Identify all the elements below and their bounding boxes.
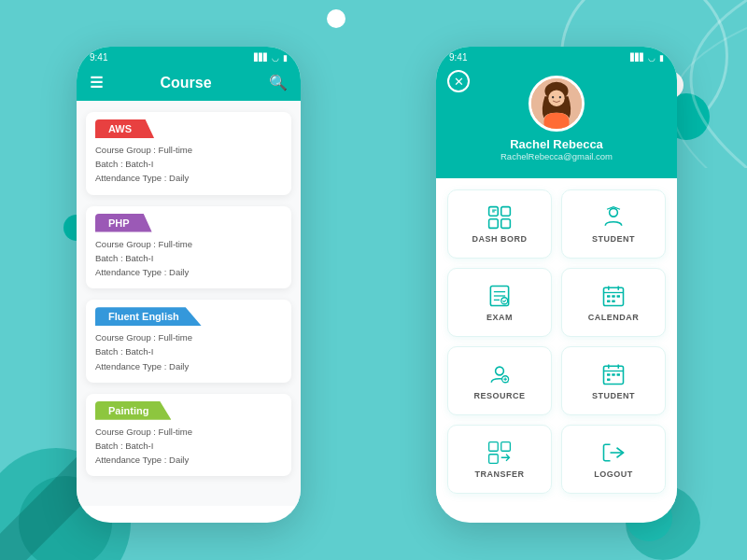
svg-rect-6 (501, 207, 511, 217)
course-group-aws: Course Group : Full-time (95, 143, 282, 157)
logout-label: LOGOUT (594, 469, 633, 479)
dashboard-label: DASH BORD (472, 234, 527, 244)
dashboard-icon (486, 204, 513, 231)
svg-point-16 (501, 298, 508, 304)
course-header: ☰ Course 🔍 (77, 66, 301, 101)
resource-icon (486, 361, 513, 387)
course-list: AWS Course Group : Full-time Batch : Bat… (77, 101, 301, 506)
time-left: 9:41 (90, 52, 107, 63)
menu-grid: DASH BORD STUDENT EXAM (436, 178, 677, 505)
status-icons-right: ▋▋▋ ◡ ▮ (630, 53, 664, 63)
student-icon (600, 204, 627, 231)
student2-icon (600, 361, 627, 387)
svg-rect-35 (612, 373, 615, 376)
svg-rect-7 (489, 219, 499, 229)
calendar-icon (600, 283, 627, 309)
user-email: RachelRebecca@gmail.com (500, 151, 613, 161)
course-tag-php: PHP (95, 214, 152, 232)
course-tag-painting: Painting (95, 401, 171, 420)
transfer-icon (486, 440, 513, 466)
wifi-icon-r: ◡ (648, 53, 655, 63)
page-title: Course (160, 75, 211, 91)
signal-icon-r: ▋▋▋ (630, 53, 644, 62)
status-icons-left: ▋▋▋ ◡ ▮ (254, 53, 288, 63)
course-tag-aws: AWS (95, 119, 154, 138)
close-button[interactable]: ✕ (447, 70, 470, 92)
menu-item-logout[interactable]: LOGOUT (561, 425, 666, 494)
battery-icon-r: ▮ (659, 53, 664, 63)
student-label: STUDENT (592, 234, 635, 244)
avatar-svg (531, 77, 582, 130)
course-info-aws: Course Group : Full-time Batch : Batch-I… (86, 138, 291, 195)
exam-icon (486, 283, 513, 309)
course-info-painting: Course Group : Full-time Batch : Batch-I… (86, 420, 291, 477)
user-name: Rachel Rebecca (510, 137, 603, 151)
user-section: ✕ Rachel Rebecca RachelRebecca@gmail.com (436, 66, 677, 178)
wifi-icon: ◡ (272, 53, 279, 63)
menu-item-calendar[interactable]: CALENDAR (561, 268, 666, 337)
svg-rect-23 (617, 295, 621, 298)
svg-point-2 (548, 91, 564, 106)
menu-item-student2[interactable]: STUDENT (561, 346, 666, 415)
course-group-php: Course Group : Full-time (95, 237, 282, 251)
time-right: 9:41 (449, 52, 467, 63)
menu-item-exam[interactable]: EXAM (447, 268, 552, 337)
svg-rect-37 (607, 378, 611, 381)
attendance-english: Attendance Type : Daily (95, 359, 282, 373)
course-tag-english: Fluent English (95, 307, 202, 326)
menu-item-student[interactable]: STUDENT (561, 189, 666, 259)
svg-rect-8 (501, 219, 511, 229)
course-group-english: Course Group : Full-time (95, 330, 282, 344)
svg-point-4 (559, 96, 561, 98)
svg-rect-39 (501, 442, 511, 452)
search-icon[interactable]: 🔍 (269, 74, 288, 91)
menu-item-resource[interactable]: RESOURCE (447, 346, 552, 415)
svg-rect-36 (617, 373, 621, 376)
transfer-label: TRANSFER (475, 469, 525, 479)
svg-point-11 (610, 208, 618, 217)
attendance-painting: Attendance Type : Daily (95, 453, 282, 467)
course-card-php[interactable]: PHP Course Group : Full-time Batch : Bat… (86, 206, 291, 289)
user-avatar (529, 76, 585, 132)
svg-rect-34 (607, 373, 611, 376)
logout-icon (600, 440, 627, 466)
signal-icon: ▋▋▋ (254, 53, 268, 62)
svg-rect-21 (607, 295, 611, 298)
svg-point-26 (496, 367, 504, 375)
course-card-aws[interactable]: AWS Course Group : Full-time Batch : Bat… (86, 112, 291, 195)
resource-label: RESOURCE (473, 391, 525, 400)
attendance-php: Attendance Type : Daily (95, 265, 282, 279)
course-group-painting: Course Group : Full-time (95, 425, 282, 439)
status-bar-right: 9:41 ▋▋▋ ◡ ▮ (436, 47, 677, 66)
batch-painting: Batch : Batch-I (95, 439, 282, 453)
svg-rect-25 (612, 300, 615, 302)
menu-icon[interactable]: ☰ (90, 74, 103, 91)
course-info-php: Course Group : Full-time Batch : Batch-I… (86, 232, 291, 289)
calendar-label: CALENDAR (588, 313, 640, 322)
svg-rect-40 (489, 455, 499, 464)
phone-left: 9:41 ▋▋▋ ◡ ▮ ☰ Course 🔍 AWS Course Group… (77, 47, 301, 523)
attendance-aws: Attendance Type : Daily (95, 171, 282, 185)
battery-icon: ▮ (283, 53, 288, 63)
exam-label: EXAM (486, 313, 513, 322)
course-card-painting[interactable]: Painting Course Group : Full-time Batch … (86, 394, 291, 477)
course-info-english: Course Group : Full-time Batch : Batch-I… (86, 326, 291, 383)
batch-php: Batch : Batch-I (95, 251, 282, 265)
course-card-english[interactable]: Fluent English Course Group : Full-time … (86, 300, 291, 383)
svg-rect-38 (489, 442, 499, 452)
status-bar-left: 9:41 ▋▋▋ ◡ ▮ (77, 47, 301, 66)
menu-item-transfer[interactable]: TRANSFER (447, 425, 552, 494)
svg-point-3 (552, 96, 554, 98)
batch-aws: Batch : Batch-I (95, 157, 282, 171)
svg-rect-24 (607, 300, 611, 302)
menu-item-dashboard[interactable]: DASH BORD (447, 189, 552, 259)
student2-label: STUDENT (592, 391, 635, 400)
svg-rect-22 (612, 295, 615, 298)
phone-right: 9:41 ▋▋▋ ◡ ▮ ✕ (436, 47, 677, 523)
batch-english: Batch : Batch-I (95, 344, 282, 358)
